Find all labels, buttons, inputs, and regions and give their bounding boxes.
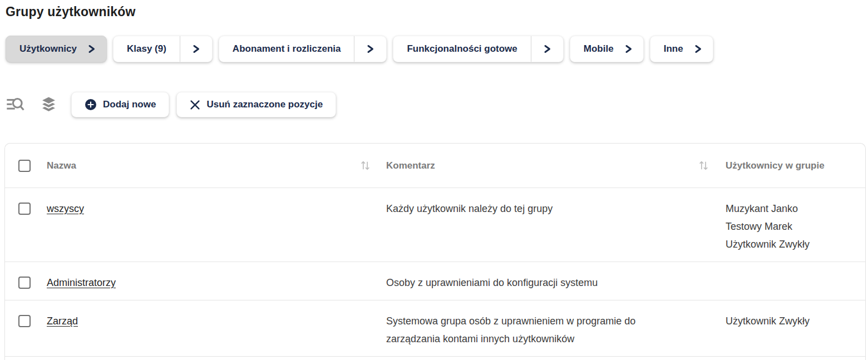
- row-checkbox-cell: [5, 312, 47, 327]
- group-user: Użytkownik Zwykły: [726, 235, 854, 253]
- tab-label: Funkcjonalności gotowe: [393, 43, 530, 55]
- table-header-row: Nazwa Komentarz: [5, 144, 865, 188]
- row-name-cell: wszyscy: [47, 200, 386, 218]
- column-header-komentarz: Komentarz: [386, 159, 726, 172]
- chevron-right-icon[interactable]: [82, 45, 106, 53]
- category-tabs: Użytkownicy Klasy (9) Abonament i rozlic…: [6, 36, 868, 62]
- group-user: Muzykant Janko: [726, 200, 854, 218]
- tab-klasy-9[interactable]: Klasy (9): [113, 36, 213, 62]
- search-list-icon[interactable]: [6, 95, 26, 115]
- layers-icon[interactable]: [38, 95, 58, 115]
- page-title: Grupy użytkowników: [0, 0, 868, 19]
- x-icon: [190, 100, 200, 110]
- group-user: Testowy Marek: [726, 218, 854, 235]
- chevron-right-icon[interactable]: [180, 45, 212, 53]
- chevron-right-icon[interactable]: [689, 45, 713, 53]
- tab-label: Abonament i rozliczenia: [219, 43, 354, 55]
- delete-selected-label: Usuń zaznaczone pozycje: [206, 99, 323, 110]
- row-comment-cell: Systemowa grupa osób z uprawnieniem w pr…: [386, 312, 726, 348]
- toolbar: Dodaj nowe Usuń zaznaczone pozycje: [6, 92, 868, 117]
- row-checkbox[interactable]: [18, 203, 31, 215]
- group-comment: Osoby z uprawnieniami do konfiguracji sy…: [386, 274, 598, 292]
- group-comment: Każdy użytkownik należy do tej grupy: [386, 200, 553, 218]
- row-name-cell: Administratorzy: [47, 274, 386, 292]
- group-user: Użytkownik Zwykły: [726, 312, 854, 330]
- tab-uzytkownicy[interactable]: Użytkownicy: [6, 36, 107, 62]
- column-header-uzytkownicy-w-grupie: Użytkownicy w grupie: [726, 160, 865, 171]
- chevron-right-icon[interactable]: [619, 45, 643, 53]
- tab-inne[interactable]: Inne: [650, 36, 713, 62]
- column-label-komentarz[interactable]: Komentarz: [386, 160, 435, 171]
- tab-label: Mobile: [570, 43, 619, 55]
- row-users-cell: Użytkownik Zwykły: [726, 312, 865, 330]
- tab-label: Inne: [650, 43, 689, 55]
- row-name-cell: Zarząd: [47, 312, 386, 330]
- page-root: Grupy użytkowników Użytkownicy Klasy (9)…: [0, 0, 868, 360]
- group-comment: Systemowa grupa osób z uprawnieniem w pr…: [386, 312, 675, 348]
- add-new-button[interactable]: Dodaj nowe: [71, 92, 169, 117]
- row-users-cell: Muzykant JankoTestowy MarekUżytkownik Zw…: [726, 200, 865, 253]
- sort-arrows-icon[interactable]: [359, 159, 372, 172]
- chevron-right-icon[interactable]: [354, 45, 386, 53]
- group-name-link[interactable]: Administratorzy: [47, 274, 116, 292]
- column-header-nazwa: Nazwa: [47, 159, 386, 172]
- tab-mobile[interactable]: Mobile: [570, 36, 644, 62]
- group-name-link[interactable]: wszyscy: [47, 200, 84, 218]
- column-label-nazwa[interactable]: Nazwa: [47, 160, 76, 171]
- tab-funkcjonalnosci-gotowe[interactable]: Funkcjonalności gotowe: [393, 36, 563, 62]
- chevron-right-icon[interactable]: [531, 45, 563, 53]
- group-name-link[interactable]: Zarząd: [47, 312, 78, 330]
- groups-table: Nazwa Komentarz: [4, 143, 866, 360]
- delete-selected-button[interactable]: Usuń zaznaczone pozycje: [176, 92, 336, 117]
- table-row-zarzad: Zarząd Systemowa grupa osób z uprawnieni…: [5, 300, 865, 357]
- row-comment-cell: Każdy użytkownik należy do tej grupy: [386, 200, 726, 218]
- select-all-checkbox[interactable]: [18, 160, 31, 172]
- sort-arrows-icon[interactable]: [697, 159, 710, 172]
- header-checkbox-cell: [5, 160, 47, 172]
- row-checkbox-cell: [5, 274, 47, 289]
- row-comment-cell: Osoby z uprawnieniami do konfiguracji sy…: [386, 274, 726, 292]
- tab-label: Klasy (9): [114, 43, 180, 55]
- tab-label: Użytkownicy: [6, 43, 82, 55]
- plus-circle-icon: [85, 98, 97, 111]
- row-checkbox-cell: [5, 200, 47, 215]
- row-checkbox[interactable]: [18, 315, 31, 327]
- table-body: wszyscy Każdy użytkownik należy do tej g…: [5, 188, 865, 357]
- column-label-uzytkownicy-w-grupie: Użytkownicy w grupie: [726, 160, 825, 171]
- table-row-wszyscy: wszyscy Każdy użytkownik należy do tej g…: [5, 188, 865, 262]
- table-row-administratorzy: Administratorzy Osoby z uprawnieniami do…: [5, 262, 865, 300]
- tab-abonament-i-rozliczenia[interactable]: Abonament i rozliczenia: [219, 36, 387, 62]
- row-checkbox[interactable]: [18, 277, 31, 289]
- table-next-row-partial: [5, 357, 865, 360]
- add-new-label: Dodaj nowe: [103, 99, 156, 110]
